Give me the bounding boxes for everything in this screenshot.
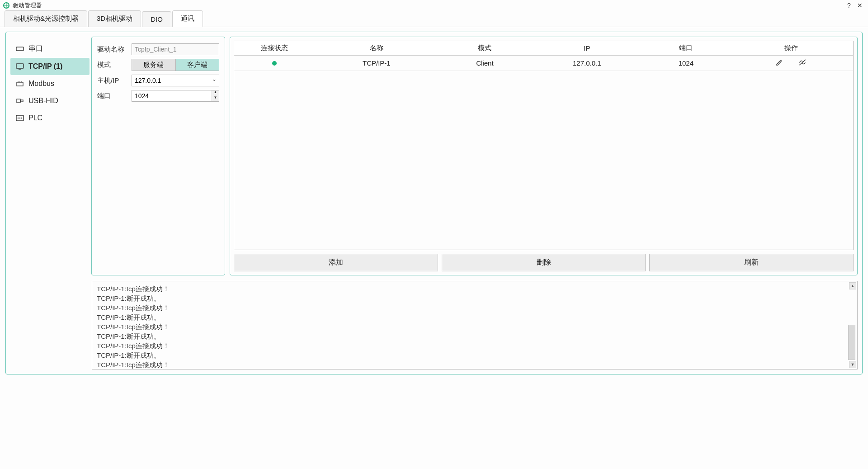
scroll-up-icon[interactable]: ▲ [849,282,856,289]
titlebar: 驱动管理器 ? ✕ [0,0,868,11]
th-name: 名称 [315,41,439,56]
port-label: 端口 [97,92,132,100]
plc-icon [16,115,24,121]
sidebar-item-usbhid[interactable]: USB-HID [10,92,90,109]
mode-label: 模式 [97,61,132,69]
svg-rect-4 [16,64,24,68]
port-step-down[interactable]: ▼ [212,96,219,101]
svg-point-13 [18,118,19,119]
log-line: TCP/IP-1:tcp连接成功！ [97,341,853,351]
sidebar-item-label: TCP/IP (1) [28,62,62,71]
table-panel: 连接状态 名称 模式 IP 端口 操作 TCP/IP-1 Client [230,37,858,275]
modbus-icon [16,81,24,87]
log-line: TCP/IP-1:断开成功。 [97,294,853,303]
cell-status [234,56,315,71]
button-row: 添加 删除 刷新 [234,254,854,271]
th-action: 操作 [729,41,853,56]
log-line: TCP/IP-1:断开成功。 [97,332,853,341]
serial-icon [16,46,24,52]
window-title: 驱动管理器 [13,1,42,9]
tab-comm[interactable]: 通讯 [172,10,203,27]
monitor-icon [16,63,24,70]
table-row[interactable]: TCP/IP-1 Client 127.0.0.1 1024 [234,56,853,71]
usb-icon [16,98,24,104]
add-button[interactable]: 添加 [234,254,438,271]
th-ip: IP [531,41,642,56]
sidebar-item-label: Modbus [28,80,54,88]
cell-name: TCP/IP-1 [315,56,439,71]
disconnect-icon[interactable] [798,58,807,68]
sidebar-item-label: USB-HID [28,97,58,105]
cell-ip: 127.0.0.1 [531,56,642,71]
table-header-row: 连接状态 名称 模式 IP 端口 操作 [234,41,853,56]
sidebar-item-tcpip[interactable]: TCP/IP (1) [10,58,90,75]
scroll-down-icon[interactable]: ▼ [849,361,856,368]
th-status: 连接状态 [234,41,315,56]
log-scrollbar[interactable]: ▲ ▼ [849,282,856,368]
th-port: 端口 [643,41,730,56]
port-spinner[interactable] [132,90,219,102]
svg-line-16 [799,60,806,65]
log-panel[interactable]: TCP/IP-1:tcp连接成功！ TCP/IP-1:断开成功。 TCP/IP-… [92,281,858,370]
svg-rect-10 [17,99,20,103]
refresh-button[interactable]: 刷新 [649,254,854,271]
sidebar: 串口 TCP/IP (1) Modbus USB-HID PLC [10,37,90,275]
cell-mode: Client [439,56,531,71]
sidebar-item-plc[interactable]: PLC [10,109,90,127]
sidebar-item-serial[interactable]: 串口 [10,39,90,58]
mode-server-button[interactable]: 服务端 [132,59,175,71]
tab-bar: 相机驱动&光源控制器 3D相机驱动 DIO 通讯 [0,11,868,27]
svg-rect-6 [17,82,23,86]
log-line: TCP/IP-1:tcp连接成功！ [97,284,853,294]
driver-name-input[interactable] [132,43,219,55]
status-dot-icon [272,61,277,66]
cell-port: 1024 [643,56,730,71]
scroll-thumb[interactable] [848,325,855,360]
log-line: TCP/IP-1:tcp连接成功！ [97,360,853,370]
th-mode: 模式 [439,41,531,56]
tab-camera-light[interactable]: 相机驱动&光源控制器 [5,10,87,27]
host-label: 主机/IP [97,76,132,85]
tab-dio[interactable]: DIO [142,11,171,27]
svg-point-15 [21,118,23,119]
log-line: TCP/IP-1:断开成功。 [97,351,853,360]
mode-toggle: 服务端 客户端 [132,59,219,71]
edit-icon[interactable] [775,58,783,68]
form-panel: 驱动名称 模式 服务端 客户端 主机/IP 端口 [91,37,225,275]
host-combo[interactable] [132,75,219,86]
log-line: TCP/IP-1:tcp连接成功！ [97,303,853,313]
close-button[interactable]: ✕ [854,2,865,9]
delete-button[interactable]: 删除 [442,254,646,271]
connection-table: 连接状态 名称 模式 IP 端口 操作 TCP/IP-1 Client [234,41,853,71]
tab-3d-camera[interactable]: 3D相机驱动 [88,10,141,27]
svg-rect-3 [16,47,24,51]
sidebar-item-label: 串口 [28,44,43,53]
cell-action [729,56,853,71]
sidebar-item-modbus[interactable]: Modbus [10,75,90,92]
app-icon [3,2,10,9]
log-line: TCP/IP-1:tcp连接成功！ [97,322,853,332]
svg-point-14 [19,118,21,119]
content-frame: 串口 TCP/IP (1) Modbus USB-HID PLC 驱动名称 [5,32,863,374]
svg-rect-11 [20,100,23,102]
connection-table-wrap: 连接状态 名称 模式 IP 端口 操作 TCP/IP-1 Client [234,41,854,250]
driver-name-label: 驱动名称 [97,45,132,54]
sidebar-item-label: PLC [28,114,42,122]
help-button[interactable]: ? [844,2,854,9]
log-line: TCP/IP-1:断开成功。 [97,313,853,322]
mode-client-button[interactable]: 客户端 [175,59,219,71]
top-row: 串口 TCP/IP (1) Modbus USB-HID PLC 驱动名称 [10,37,858,275]
